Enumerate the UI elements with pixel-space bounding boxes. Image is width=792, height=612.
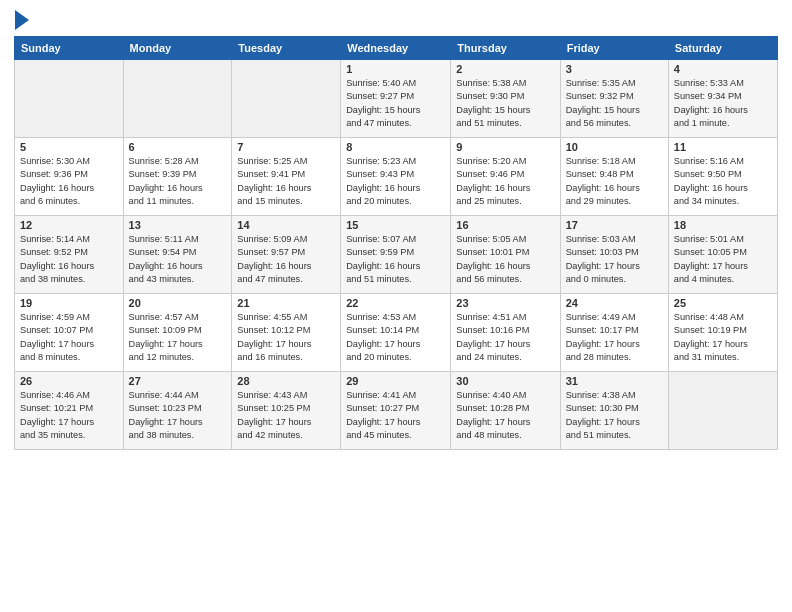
calendar-cell: 16Sunrise: 5:05 AMSunset: 10:01 PMDaylig…: [451, 216, 560, 294]
calendar-cell: 8Sunrise: 5:23 AMSunset: 9:43 PMDaylight…: [341, 138, 451, 216]
day-info-line: Sunset: 9:48 PM: [566, 168, 663, 181]
day-info-line: and 47 minutes.: [237, 273, 335, 286]
day-info-line: Daylight: 16 hours: [566, 182, 663, 195]
weekday-header-monday: Monday: [123, 37, 232, 60]
day-info: Sunrise: 5:07 AMSunset: 9:59 PMDaylight:…: [346, 233, 445, 286]
calendar-cell: 3Sunrise: 5:35 AMSunset: 9:32 PMDaylight…: [560, 60, 668, 138]
day-info-line: Sunset: 10:16 PM: [456, 324, 554, 337]
calendar-cell: 24Sunrise: 4:49 AMSunset: 10:17 PMDaylig…: [560, 294, 668, 372]
day-info-line: Sunset: 9:50 PM: [674, 168, 772, 181]
day-number: 26: [20, 375, 118, 387]
calendar-cell: [15, 60, 124, 138]
day-info-line: and 48 minutes.: [456, 429, 554, 442]
day-info: Sunrise: 4:55 AMSunset: 10:12 PMDaylight…: [237, 311, 335, 364]
day-number: 5: [20, 141, 118, 153]
day-info-line: and 8 minutes.: [20, 351, 118, 364]
day-info-line: Sunrise: 4:53 AM: [346, 311, 445, 324]
calendar-cell: 27Sunrise: 4:44 AMSunset: 10:23 PMDaylig…: [123, 372, 232, 450]
day-info-line: Sunset: 9:54 PM: [129, 246, 227, 259]
day-info-line: and 51 minutes.: [346, 273, 445, 286]
day-info-line: Daylight: 17 hours: [566, 260, 663, 273]
calendar-cell: 11Sunrise: 5:16 AMSunset: 9:50 PMDayligh…: [668, 138, 777, 216]
calendar-cell: 18Sunrise: 5:01 AMSunset: 10:05 PMDaylig…: [668, 216, 777, 294]
day-info-line: Daylight: 17 hours: [129, 338, 227, 351]
day-info: Sunrise: 5:09 AMSunset: 9:57 PMDaylight:…: [237, 233, 335, 286]
day-info-line: Daylight: 17 hours: [674, 260, 772, 273]
weekday-header-friday: Friday: [560, 37, 668, 60]
day-info-line: Sunset: 9:43 PM: [346, 168, 445, 181]
logo-icon: [15, 10, 29, 30]
day-info-line: Sunrise: 5:01 AM: [674, 233, 772, 246]
day-info-line: Daylight: 17 hours: [456, 416, 554, 429]
calendar-cell: 17Sunrise: 5:03 AMSunset: 10:03 PMDaylig…: [560, 216, 668, 294]
day-info: Sunrise: 5:01 AMSunset: 10:05 PMDaylight…: [674, 233, 772, 286]
day-info-line: Daylight: 16 hours: [346, 182, 445, 195]
day-number: 8: [346, 141, 445, 153]
day-info-line: Sunset: 10:12 PM: [237, 324, 335, 337]
weekday-header-tuesday: Tuesday: [232, 37, 341, 60]
day-info-line: and 11 minutes.: [129, 195, 227, 208]
day-info-line: Sunset: 9:59 PM: [346, 246, 445, 259]
day-info-line: Daylight: 17 hours: [566, 416, 663, 429]
day-info-line: Sunset: 10:27 PM: [346, 402, 445, 415]
day-info-line: and 51 minutes.: [566, 429, 663, 442]
day-info-line: Daylight: 17 hours: [346, 416, 445, 429]
day-info: Sunrise: 5:35 AMSunset: 9:32 PMDaylight:…: [566, 77, 663, 130]
day-info-line: and 1 minute.: [674, 117, 772, 130]
calendar-cell: 30Sunrise: 4:40 AMSunset: 10:28 PMDaylig…: [451, 372, 560, 450]
day-number: 13: [129, 219, 227, 231]
day-info-line: Sunrise: 5:35 AM: [566, 77, 663, 90]
day-info-line: Sunset: 9:34 PM: [674, 90, 772, 103]
day-info-line: and 56 minutes.: [566, 117, 663, 130]
day-number: 22: [346, 297, 445, 309]
weekday-header-saturday: Saturday: [668, 37, 777, 60]
day-info-line: Sunrise: 5:07 AM: [346, 233, 445, 246]
day-info-line: Sunrise: 4:48 AM: [674, 311, 772, 324]
day-info-line: Sunrise: 4:41 AM: [346, 389, 445, 402]
day-number: 16: [456, 219, 554, 231]
svg-marker-0: [15, 10, 29, 30]
day-info-line: Sunset: 9:41 PM: [237, 168, 335, 181]
calendar-cell: 13Sunrise: 5:11 AMSunset: 9:54 PMDayligh…: [123, 216, 232, 294]
day-info: Sunrise: 5:28 AMSunset: 9:39 PMDaylight:…: [129, 155, 227, 208]
day-number: 18: [674, 219, 772, 231]
day-info-line: Sunset: 10:23 PM: [129, 402, 227, 415]
day-info-line: Daylight: 17 hours: [456, 338, 554, 351]
day-info-line: Sunrise: 4:43 AM: [237, 389, 335, 402]
day-info: Sunrise: 4:51 AMSunset: 10:16 PMDaylight…: [456, 311, 554, 364]
day-info-line: Sunset: 9:36 PM: [20, 168, 118, 181]
logo: [14, 10, 29, 30]
day-info: Sunrise: 5:11 AMSunset: 9:54 PMDaylight:…: [129, 233, 227, 286]
day-number: 28: [237, 375, 335, 387]
day-info-line: and 16 minutes.: [237, 351, 335, 364]
calendar-cell: 28Sunrise: 4:43 AMSunset: 10:25 PMDaylig…: [232, 372, 341, 450]
day-info-line: Daylight: 16 hours: [20, 182, 118, 195]
day-info-line: and 34 minutes.: [674, 195, 772, 208]
calendar-cell: [232, 60, 341, 138]
day-info-line: and 25 minutes.: [456, 195, 554, 208]
day-info-line: and 29 minutes.: [566, 195, 663, 208]
calendar-cell: 31Sunrise: 4:38 AMSunset: 10:30 PMDaylig…: [560, 372, 668, 450]
day-info-line: Daylight: 15 hours: [566, 104, 663, 117]
day-info-line: Sunrise: 5:20 AM: [456, 155, 554, 168]
day-info-line: Sunset: 9:27 PM: [346, 90, 445, 103]
calendar-week-4: 19Sunrise: 4:59 AMSunset: 10:07 PMDaylig…: [15, 294, 778, 372]
day-info-line: Sunrise: 5:05 AM: [456, 233, 554, 246]
day-number: 3: [566, 63, 663, 75]
calendar-cell: 14Sunrise: 5:09 AMSunset: 9:57 PMDayligh…: [232, 216, 341, 294]
day-info-line: Daylight: 16 hours: [129, 260, 227, 273]
day-number: 20: [129, 297, 227, 309]
day-info-line: and 42 minutes.: [237, 429, 335, 442]
calendar-week-5: 26Sunrise: 4:46 AMSunset: 10:21 PMDaylig…: [15, 372, 778, 450]
day-info-line: Sunrise: 5:03 AM: [566, 233, 663, 246]
day-info-line: Sunrise: 4:46 AM: [20, 389, 118, 402]
day-info-line: and 31 minutes.: [674, 351, 772, 364]
day-number: 6: [129, 141, 227, 153]
day-info: Sunrise: 5:18 AMSunset: 9:48 PMDaylight:…: [566, 155, 663, 208]
day-info-line: Sunrise: 5:14 AM: [20, 233, 118, 246]
day-info-line: and 43 minutes.: [129, 273, 227, 286]
calendar-header: SundayMondayTuesdayWednesdayThursdayFrid…: [15, 37, 778, 60]
day-info: Sunrise: 5:16 AMSunset: 9:50 PMDaylight:…: [674, 155, 772, 208]
day-info: Sunrise: 4:49 AMSunset: 10:17 PMDaylight…: [566, 311, 663, 364]
day-info: Sunrise: 4:43 AMSunset: 10:25 PMDaylight…: [237, 389, 335, 442]
